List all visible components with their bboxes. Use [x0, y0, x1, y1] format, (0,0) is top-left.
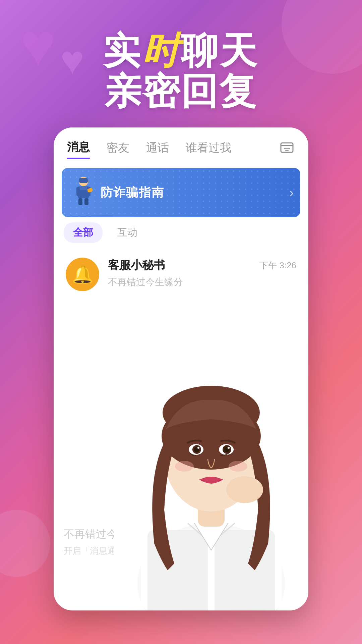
headline-suffix: 聊天 — [181, 30, 259, 71]
clear-icon[interactable] — [279, 140, 295, 156]
svg-rect-35 — [237, 478, 243, 498]
message-item-customer-service[interactable]: 🔔 客服小秘书 下午 3:26 不再错过今生缘分 — [54, 250, 308, 299]
svg-rect-10 — [84, 198, 88, 205]
anti-fraud-character — [72, 175, 95, 210]
svg-point-29 — [197, 447, 199, 449]
headline-area: 实时聊天 亲密回复 — [0, 0, 362, 111]
phone-mockup: 消息 密友 通话 谁看过我 — [54, 127, 308, 610]
headline-line1: 实时聊天 — [0, 30, 362, 71]
message-header: 客服小秘书 下午 3:26 — [108, 258, 296, 273]
filter-tab-interaction[interactable]: 互动 — [108, 222, 147, 243]
anti-fraud-banner[interactable]: 防诈骗指南 › — [62, 168, 300, 217]
nav-item-calls[interactable]: 通话 — [146, 140, 169, 158]
svg-point-32 — [229, 461, 247, 472]
message-content: 客服小秘书 下午 3:26 不再错过今生缘分 — [108, 258, 296, 288]
filter-tab-all[interactable]: 全部 — [64, 222, 103, 243]
nav-item-close-friends[interactable]: 密友 — [107, 140, 129, 158]
svg-rect-37 — [253, 480, 259, 497]
svg-rect-0 — [281, 143, 293, 152]
svg-point-30 — [228, 447, 230, 449]
message-time: 下午 3:26 — [259, 260, 296, 271]
message-preview: 不再错过今生缘分 — [108, 276, 296, 288]
message-name: 客服小秘书 — [108, 258, 165, 273]
headline-highlight: 时 — [142, 30, 181, 71]
phone-nav: 消息 密友 通话 谁看过我 — [54, 127, 308, 165]
girl-image — [114, 309, 308, 610]
svg-point-31 — [175, 461, 194, 472]
svg-rect-11 — [79, 178, 88, 183]
banner-dots — [62, 168, 300, 217]
anti-fraud-text: 防诈骗指南 — [101, 184, 164, 201]
svg-rect-36 — [245, 478, 251, 497]
customer-service-avatar: 🔔 — [66, 258, 99, 291]
anti-fraud-arrow: › — [289, 185, 294, 200]
headline-line2: 亲密回复 — [0, 71, 362, 111]
svg-rect-9 — [78, 198, 82, 205]
svg-rect-34 — [230, 480, 236, 498]
nav-item-who-viewed[interactable]: 谁看过我 — [186, 140, 231, 158]
headline-prefix: 实 — [103, 30, 142, 71]
svg-rect-7 — [76, 187, 80, 196]
nav-item-messages[interactable]: 消息 — [67, 140, 90, 159]
filter-tabs: 全部 互动 — [54, 222, 308, 250]
bell-icon: 🔔 — [72, 264, 94, 285]
